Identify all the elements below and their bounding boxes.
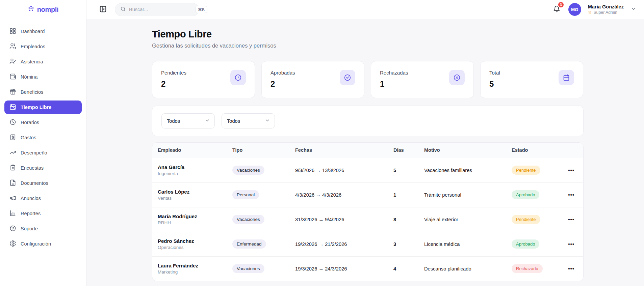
filter-type-select[interactable]: Todos [161,113,215,128]
status-badge: Pendiente [512,166,540,175]
employee-name: María Rodríguez [158,213,222,219]
calendar-off-icon [9,104,16,111]
sidebar-item-tiempo-libre[interactable]: Tiempo Libre [4,101,82,114]
receipt-icon [9,134,16,142]
stat-label: Pendientes [161,70,186,76]
sidebar-item-label: Tiempo Libre [21,105,51,110]
stat-value: 2 [271,79,295,89]
users-icon [9,43,16,51]
x-circle-icon [449,70,465,85]
notification-count-badge: 3 [558,1,564,8]
row-actions-button[interactable]: ••• [566,215,576,224]
column-header-estado: Estado [506,143,556,158]
sidebar-item-empleados[interactable]: Empleados [4,40,82,53]
search-shortcut-badge: ⌘K [195,6,207,13]
dates-range: 4/3/2026 → 4/3/2026 [290,182,388,207]
sidebar-item-label: Configuración [21,241,51,247]
sidebar-item-gastos[interactable]: Gastos [4,131,82,144]
column-header-actions [556,143,584,158]
sidebar-item-label: Desempeño [21,150,47,155]
sidebar-item-configuracion[interactable]: Configuración [4,237,82,251]
topbar: ⌘K 3 MG María González ♕ Super Admin [86,0,644,19]
requests-table: Empleado Tipo Fechas Días Motivo Estado … [152,143,584,281]
user-info[interactable]: María González ♕ Super Admin [588,4,624,15]
search-bar[interactable]: ⌘K [115,3,199,16]
sidebar-collapse-button[interactable] [99,5,107,14]
user-check-icon [9,58,16,66]
employee-dept: RRHH [158,220,222,225]
row-actions-button[interactable]: ••• [566,240,576,248]
calendar-icon [559,70,574,85]
sidebar-item-label: Asistencia [21,59,43,64]
column-header-tipo: Tipo [227,143,290,158]
stat-card-aprobadas: Aprobadas 2 [261,61,364,98]
days-count: 3 [388,232,419,256]
row-actions-button[interactable]: ••• [566,264,576,273]
type-badge: Vacaciones [232,264,264,273]
row-actions-button[interactable]: ••• [566,166,576,174]
dates-range: 9/3/2026 → 13/3/2026 [290,158,388,182]
search-icon [120,6,126,13]
page-title: Tiempo Libre [152,29,584,40]
clipboard-icon [9,164,16,172]
sidebar-item-soporte[interactable]: Soporte [4,222,82,235]
dates-range: 19/3/2026 → 24/3/2026 [290,256,388,281]
sidebar-item-anuncios[interactable]: Anuncios [4,192,82,205]
sidebar-nav: Dashboard Empleados Asistencia Nómina Be… [0,19,86,258]
user-name: María González [588,4,624,9]
sidebar-item-label: Documentos [21,180,48,186]
sidebar-item-horarios[interactable]: Horarios [4,116,82,129]
reason-text: Vacaciones familiares [419,158,506,182]
sidebar-item-asistencia[interactable]: Asistencia [4,55,82,68]
sidebar-item-desempeno[interactable]: Desempeño [4,146,82,160]
employee-name: Ana García [158,164,222,170]
stat-card-rechazadas: Rechazadas 1 [371,61,474,98]
brand-name: nompli [37,6,59,13]
days-count: 8 [388,207,419,232]
reason-text: Viaje al exterior [419,207,506,232]
employee-dept: Ingeniería [158,171,222,176]
dates-range: 19/2/2026 → 21/2/2026 [290,232,388,256]
avatar[interactable]: MG [568,3,581,16]
table-header-row: Empleado Tipo Fechas Días Motivo Estado [152,143,584,158]
stat-label: Total [489,70,500,76]
sidebar-item-label: Reportes [21,211,41,216]
sidebar-item-beneficios[interactable]: Beneficios [4,85,82,99]
days-count: 4 [388,256,419,281]
sidebar-item-encuestas[interactable]: Encuestas [4,161,82,175]
crown-icon: ♕ [588,10,592,15]
sidebar-item-nomina[interactable]: Nómina [4,70,82,84]
employee-dept: Operaciones [158,245,222,250]
chevron-down-icon[interactable] [630,6,637,13]
filter-status-value: Todos [227,118,240,124]
reason-text: Descanso planificado [419,256,506,281]
bar-chart-icon [9,210,16,218]
filter-status-select[interactable]: Todos [222,113,275,128]
sidebar-item-reportes[interactable]: Reportes [4,207,82,220]
search-input[interactable] [129,7,192,12]
sidebar-item-label: Empleados [21,44,45,49]
sidebar-item-label: Beneficios [21,89,43,95]
user-role-label: Super Admin [593,10,617,15]
column-header-motivo: Motivo [419,143,506,158]
filters-panel: Todos Todos [152,106,584,136]
logo: nompli [0,0,86,19]
sidebar-item-label: Anuncios [21,196,41,201]
notifications-button[interactable]: 3 [552,3,562,16]
gear-icon [9,240,16,248]
column-header-fechas: Fechas [290,143,388,158]
stat-label: Rechazadas [380,70,408,76]
table-row: Ana GarcíaIngeniería Vacaciones 9/3/2026… [152,158,584,182]
days-count: 5 [388,158,419,182]
gift-icon [9,88,16,96]
sidebar-item-label: Horarios [21,120,39,125]
type-badge: Enfermedad [232,239,266,249]
stats-row: Pendientes 2 Aprobadas 2 Rechazadas 1 [152,61,584,98]
sidebar-item-documentos[interactable]: Documentos [4,176,82,190]
type-badge: Vacaciones [232,166,264,175]
clock-icon [9,119,16,126]
employee-name: Pedro Sánchez [158,238,222,244]
megaphone-icon [9,195,16,202]
row-actions-button[interactable]: ••• [566,191,576,199]
sidebar-item-dashboard[interactable]: Dashboard [4,25,82,38]
